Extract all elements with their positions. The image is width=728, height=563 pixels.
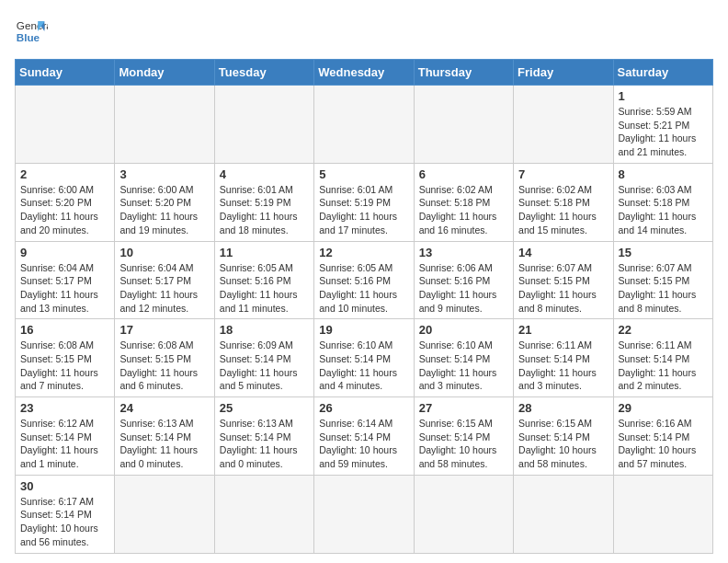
day-number: 17 [119, 323, 209, 337]
day-info: Sunrise: 6:13 AM Sunset: 5:14 PM Dayligh… [220, 417, 309, 471]
day-of-week-header: Monday [115, 60, 214, 86]
day-number: 24 [119, 401, 209, 415]
calendar-day-cell [16, 86, 115, 164]
calendar-day-cell: 7Sunrise: 6:02 AM Sunset: 5:18 PM Daylig… [514, 163, 613, 241]
calendar-header-row: SundayMondayTuesdayWednesdayThursdayFrid… [16, 60, 713, 86]
day-info: Sunrise: 6:05 AM Sunset: 5:16 PM Dayligh… [220, 261, 309, 316]
day-number: 18 [220, 323, 309, 337]
calendar-day-cell: 28Sunrise: 6:15 AM Sunset: 5:14 PM Dayli… [514, 397, 613, 476]
day-info: Sunrise: 6:13 AM Sunset: 5:14 PM Dayligh… [119, 417, 209, 471]
day-info: Sunrise: 6:03 AM Sunset: 5:18 PM Dayligh… [619, 183, 708, 237]
svg-text:Blue: Blue [17, 31, 40, 43]
day-info: Sunrise: 6:02 AM Sunset: 5:18 PM Dayligh… [419, 183, 508, 237]
calendar-day-cell: 13Sunrise: 6:06 AM Sunset: 5:16 PM Dayli… [414, 241, 513, 319]
calendar-table: SundayMondayTuesdayWednesdayThursdayFrid… [15, 59, 713, 554]
day-number: 30 [20, 479, 109, 493]
calendar-day-cell [514, 475, 613, 553]
calendar-day-cell: 24Sunrise: 6:13 AM Sunset: 5:14 PM Dayli… [115, 397, 214, 476]
calendar-week-row: 1Sunrise: 5:59 AM Sunset: 5:21 PM Daylig… [16, 86, 713, 164]
calendar-day-cell [115, 86, 214, 164]
day-info: Sunrise: 6:11 AM Sunset: 5:14 PM Dayligh… [619, 339, 708, 393]
day-number: 11 [220, 246, 309, 259]
day-number: 21 [518, 323, 608, 337]
day-number: 10 [119, 246, 209, 259]
day-info: Sunrise: 6:11 AM Sunset: 5:14 PM Dayligh… [518, 339, 608, 393]
calendar-day-cell: 29Sunrise: 6:16 AM Sunset: 5:14 PM Dayli… [613, 397, 712, 476]
calendar-day-cell: 25Sunrise: 6:13 AM Sunset: 5:14 PM Dayli… [214, 397, 313, 476]
calendar-day-cell: 3Sunrise: 6:00 AM Sunset: 5:20 PM Daylig… [115, 163, 214, 241]
calendar-day-cell: 11Sunrise: 6:05 AM Sunset: 5:16 PM Dayli… [214, 241, 313, 319]
calendar-day-cell [414, 475, 513, 553]
day-info: Sunrise: 6:08 AM Sunset: 5:15 PM Dayligh… [20, 339, 109, 393]
day-number: 27 [419, 401, 508, 415]
day-info: Sunrise: 6:09 AM Sunset: 5:14 PM Dayligh… [220, 339, 309, 393]
day-info: Sunrise: 6:10 AM Sunset: 5:14 PM Dayligh… [419, 339, 508, 393]
day-info: Sunrise: 6:15 AM Sunset: 5:14 PM Dayligh… [518, 417, 608, 471]
calendar-day-cell: 5Sunrise: 6:01 AM Sunset: 5:19 PM Daylig… [314, 163, 414, 241]
calendar-week-row: 9Sunrise: 6:04 AM Sunset: 5:17 PM Daylig… [16, 241, 713, 319]
day-of-week-header: Sunday [16, 60, 115, 86]
calendar-day-cell: 12Sunrise: 6:05 AM Sunset: 5:16 PM Dayli… [314, 241, 414, 319]
calendar-day-cell: 19Sunrise: 6:10 AM Sunset: 5:14 PM Dayli… [314, 319, 414, 397]
calendar-day-cell [514, 86, 613, 164]
day-info: Sunrise: 5:59 AM Sunset: 5:21 PM Dayligh… [619, 105, 708, 159]
day-info: Sunrise: 6:14 AM Sunset: 5:14 PM Dayligh… [319, 417, 408, 471]
day-info: Sunrise: 6:01 AM Sunset: 5:19 PM Dayligh… [319, 183, 408, 237]
day-info: Sunrise: 6:05 AM Sunset: 5:16 PM Dayligh… [319, 261, 408, 316]
day-number: 26 [319, 401, 408, 415]
day-info: Sunrise: 6:07 AM Sunset: 5:15 PM Dayligh… [518, 261, 608, 316]
day-of-week-header: Friday [514, 60, 613, 86]
day-number: 2 [20, 167, 109, 181]
day-number: 12 [319, 246, 408, 259]
calendar-week-row: 30Sunrise: 6:17 AM Sunset: 5:14 PM Dayli… [16, 475, 713, 553]
day-number: 1 [619, 89, 708, 103]
calendar-day-cell [214, 86, 313, 164]
day-of-week-header: Tuesday [214, 60, 313, 86]
logo: General Blue [15, 15, 48, 48]
calendar-day-cell: 6Sunrise: 6:02 AM Sunset: 5:18 PM Daylig… [414, 163, 513, 241]
day-number: 16 [20, 323, 109, 337]
day-number: 13 [419, 246, 508, 259]
day-info: Sunrise: 6:02 AM Sunset: 5:18 PM Dayligh… [518, 183, 608, 237]
logo-icon: General Blue [15, 15, 48, 48]
day-info: Sunrise: 6:04 AM Sunset: 5:17 PM Dayligh… [119, 261, 209, 316]
day-number: 25 [220, 401, 309, 415]
calendar-week-row: 16Sunrise: 6:08 AM Sunset: 5:15 PM Dayli… [16, 319, 713, 397]
calendar-day-cell: 21Sunrise: 6:11 AM Sunset: 5:14 PM Dayli… [514, 319, 613, 397]
day-info: Sunrise: 6:00 AM Sunset: 5:20 PM Dayligh… [20, 183, 109, 237]
calendar-day-cell: 23Sunrise: 6:12 AM Sunset: 5:14 PM Dayli… [16, 397, 115, 476]
day-number: 28 [518, 401, 608, 415]
calendar-day-cell: 1Sunrise: 5:59 AM Sunset: 5:21 PM Daylig… [613, 86, 712, 164]
day-info: Sunrise: 6:06 AM Sunset: 5:16 PM Dayligh… [419, 261, 508, 316]
calendar-day-cell: 2Sunrise: 6:00 AM Sunset: 5:20 PM Daylig… [16, 163, 115, 241]
day-number: 7 [518, 167, 608, 181]
day-info: Sunrise: 6:17 AM Sunset: 5:14 PM Dayligh… [20, 495, 109, 549]
calendar-week-row: 2Sunrise: 6:00 AM Sunset: 5:20 PM Daylig… [16, 163, 713, 241]
day-number: 20 [419, 323, 508, 337]
day-number: 19 [319, 323, 408, 337]
calendar-day-cell [214, 475, 313, 553]
day-number: 15 [619, 246, 708, 259]
calendar-day-cell: 18Sunrise: 6:09 AM Sunset: 5:14 PM Dayli… [214, 319, 313, 397]
calendar-day-cell: 22Sunrise: 6:11 AM Sunset: 5:14 PM Dayli… [613, 319, 712, 397]
calendar-day-cell: 15Sunrise: 6:07 AM Sunset: 5:15 PM Dayli… [613, 241, 712, 319]
day-info: Sunrise: 6:15 AM Sunset: 5:14 PM Dayligh… [419, 417, 508, 471]
day-info: Sunrise: 6:01 AM Sunset: 5:19 PM Dayligh… [220, 183, 309, 237]
day-info: Sunrise: 6:07 AM Sunset: 5:15 PM Dayligh… [619, 261, 708, 316]
calendar-day-cell: 27Sunrise: 6:15 AM Sunset: 5:14 PM Dayli… [414, 397, 513, 476]
calendar-day-cell: 10Sunrise: 6:04 AM Sunset: 5:17 PM Dayli… [115, 241, 214, 319]
calendar-day-cell: 14Sunrise: 6:07 AM Sunset: 5:15 PM Dayli… [514, 241, 613, 319]
day-of-week-header: Thursday [414, 60, 513, 86]
page-header: General Blue [15, 15, 713, 48]
calendar-day-cell [414, 86, 513, 164]
calendar-day-cell: 17Sunrise: 6:08 AM Sunset: 5:15 PM Dayli… [115, 319, 214, 397]
day-number: 4 [220, 167, 309, 181]
calendar-day-cell: 4Sunrise: 6:01 AM Sunset: 5:19 PM Daylig… [214, 163, 313, 241]
day-info: Sunrise: 6:12 AM Sunset: 5:14 PM Dayligh… [20, 417, 109, 471]
day-number: 23 [20, 401, 109, 415]
calendar-day-cell: 26Sunrise: 6:14 AM Sunset: 5:14 PM Dayli… [314, 397, 414, 476]
calendar-day-cell: 30Sunrise: 6:17 AM Sunset: 5:14 PM Dayli… [16, 475, 115, 553]
day-number: 3 [119, 167, 209, 181]
calendar-day-cell [613, 475, 712, 553]
calendar-day-cell: 20Sunrise: 6:10 AM Sunset: 5:14 PM Dayli… [414, 319, 513, 397]
